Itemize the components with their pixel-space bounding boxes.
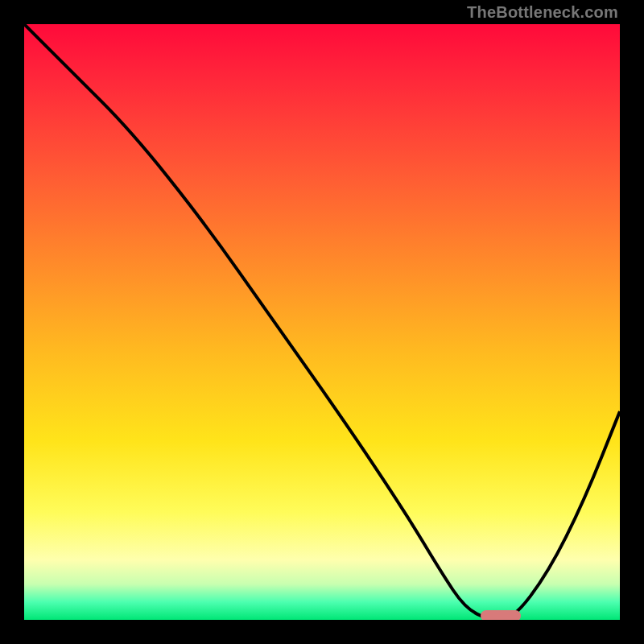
curve-path xyxy=(24,24,620,620)
chart-frame: TheBottleneck.com xyxy=(0,0,644,644)
plot-area xyxy=(24,24,620,620)
bottleneck-curve xyxy=(24,24,620,620)
optimal-range-marker xyxy=(481,610,521,620)
watermark-text: TheBottleneck.com xyxy=(467,3,618,22)
